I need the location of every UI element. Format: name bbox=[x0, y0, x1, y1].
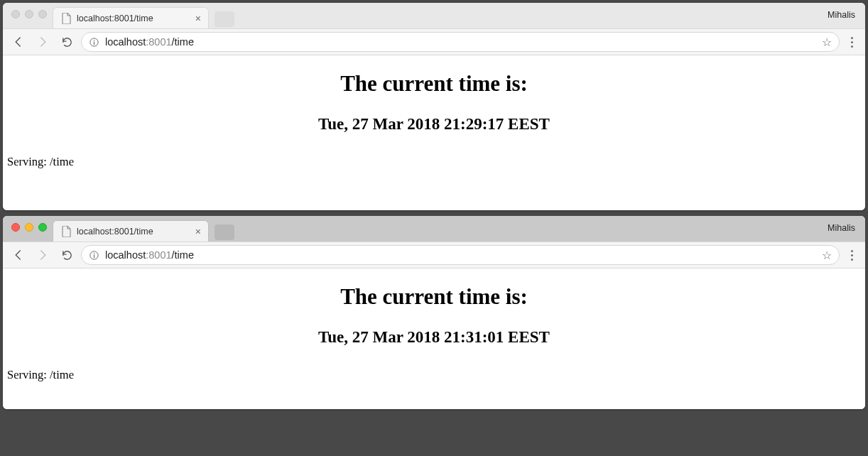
tab-bar: localhost:8001/time × Mihalis bbox=[3, 3, 865, 28]
address-text: localhost:8001/time bbox=[105, 249, 194, 261]
addr-port: :8001 bbox=[146, 36, 171, 48]
nav-forward-button[interactable] bbox=[33, 32, 53, 52]
svg-point-3 bbox=[94, 253, 94, 254]
window-maximize-button[interactable] bbox=[38, 223, 47, 232]
document-icon bbox=[62, 13, 72, 24]
browser-toolbar: localhost:8001/time ☆ bbox=[3, 28, 865, 55]
address-text: localhost:8001/time bbox=[105, 36, 194, 48]
site-info-icon[interactable] bbox=[89, 250, 99, 261]
nav-forward-button[interactable] bbox=[33, 245, 53, 265]
addr-host: localhost bbox=[105, 36, 146, 48]
page-timestamp: Tue, 27 Mar 2018 21:29:17 EEST bbox=[7, 115, 861, 134]
page-heading: The current time is: bbox=[7, 284, 861, 310]
profile-name[interactable]: Mihalis bbox=[828, 223, 855, 233]
window-close-button[interactable] bbox=[11, 223, 20, 232]
tab-title: localhost:8001/time bbox=[77, 13, 153, 23]
nav-back-button[interactable] bbox=[9, 245, 28, 265]
window-controls bbox=[9, 223, 53, 232]
window-controls bbox=[9, 10, 53, 18]
browser-tab[interactable]: localhost:8001/time × bbox=[53, 7, 209, 28]
nav-reload-button[interactable] bbox=[57, 32, 77, 52]
profile-name[interactable]: Mihalis bbox=[828, 10, 855, 20]
browser-window-inactive: localhost:8001/time × Mihalis localhost:… bbox=[3, 3, 865, 210]
browser-window-active: localhost:8001/time × Mihalis localhost:… bbox=[3, 216, 865, 409]
page-timestamp: Tue, 27 Mar 2018 21:31:01 EEST bbox=[7, 328, 861, 347]
window-close-button[interactable] bbox=[11, 10, 20, 18]
page-serving-line: Serving: /time bbox=[7, 155, 861, 169]
window-minimize-button[interactable] bbox=[25, 223, 33, 232]
site-info-icon[interactable] bbox=[89, 37, 99, 48]
tab-title: localhost:8001/time bbox=[77, 227, 153, 237]
browser-menu-button[interactable] bbox=[844, 247, 859, 264]
page-content: The current time is: Tue, 27 Mar 2018 21… bbox=[3, 55, 865, 210]
addr-path: /time bbox=[172, 249, 194, 261]
page-serving-line: Serving: /time bbox=[7, 368, 861, 382]
page-content: The current time is: Tue, 27 Mar 2018 21… bbox=[3, 268, 865, 409]
document-icon bbox=[62, 226, 72, 237]
nav-back-button[interactable] bbox=[9, 32, 28, 52]
bookmark-star-icon[interactable]: ☆ bbox=[822, 36, 832, 49]
browser-toolbar: localhost:8001/time ☆ bbox=[3, 241, 865, 268]
new-tab-button[interactable] bbox=[215, 224, 234, 240]
addr-host: localhost bbox=[105, 249, 146, 261]
svg-point-1 bbox=[94, 40, 94, 40]
tab-close-icon[interactable]: × bbox=[195, 13, 201, 23]
page-heading: The current time is: bbox=[7, 71, 861, 97]
tab-close-icon[interactable]: × bbox=[195, 227, 201, 237]
browser-menu-button[interactable] bbox=[844, 34, 859, 50]
bookmark-star-icon[interactable]: ☆ bbox=[822, 249, 832, 262]
new-tab-button[interactable] bbox=[215, 11, 234, 27]
window-maximize-button[interactable] bbox=[38, 10, 47, 18]
addr-path: /time bbox=[172, 36, 194, 48]
address-bar[interactable]: localhost:8001/time ☆ bbox=[81, 32, 840, 52]
browser-tab[interactable]: localhost:8001/time × bbox=[53, 220, 209, 241]
window-minimize-button[interactable] bbox=[25, 10, 33, 18]
address-bar[interactable]: localhost:8001/time ☆ bbox=[81, 245, 840, 265]
addr-port: :8001 bbox=[146, 249, 171, 261]
tab-bar: localhost:8001/time × Mihalis bbox=[3, 216, 865, 241]
nav-reload-button[interactable] bbox=[57, 245, 77, 265]
